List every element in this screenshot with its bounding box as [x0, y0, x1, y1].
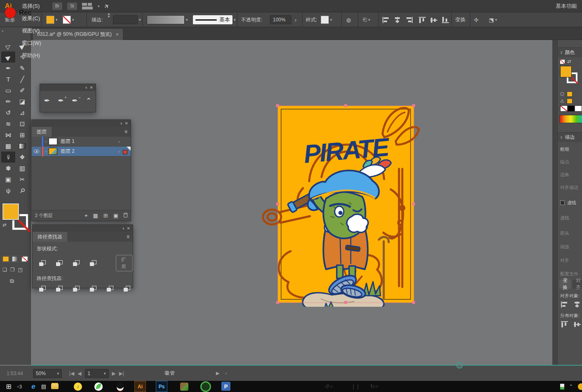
eraser-tool[interactable]: ◪ [15, 96, 29, 107]
green-app-icon[interactable] [200, 381, 211, 392]
layer-thumbnail[interactable] [49, 138, 57, 145]
forward-30-icon[interactable]: ↻30 [370, 381, 378, 392]
tab-stroke[interactable]: ⇕描边 [558, 132, 582, 142]
pen-tool[interactable]: ✒ [1, 63, 15, 74]
target-circle-icon[interactable]: ◦ [118, 139, 120, 144]
color-spectrum[interactable] [559, 115, 582, 123]
menu-view[interactable]: 视图(V) [16, 25, 47, 37]
collapse-icon[interactable]: ‹‹ [2, 29, 3, 33]
layer-row-1[interactable]: › 图层 1 ◦ [32, 137, 131, 147]
rotate-tool[interactable]: ↺ [1, 107, 15, 118]
slice-tool[interactable]: ✂ [15, 174, 29, 185]
hand-tool[interactable]: ψ [1, 185, 15, 196]
wechat-icon[interactable] [93, 381, 104, 392]
tray-app-icon[interactable] [578, 383, 582, 390]
close-icon[interactable]: × [116, 32, 119, 37]
workspace-switcher[interactable]: 基本功能 [556, 0, 577, 12]
symbol-sprayer-tool[interactable]: ✽ [1, 163, 15, 174]
graphic-style-swatch[interactable] [321, 16, 329, 24]
line-segment-tool[interactable]: ╱ [15, 74, 29, 85]
align-top-icon[interactable] [419, 17, 426, 23]
layer-name[interactable]: 图层 2 [61, 148, 75, 155]
direct-selection-tool[interactable]: ▷ [1, 40, 15, 51]
chevron-down-icon[interactable]: ▾ [186, 18, 188, 22]
timeline-handle[interactable] [456, 362, 463, 369]
panel-menu-icon[interactable]: ≡ [124, 129, 127, 135]
fill-swatch[interactable] [560, 66, 572, 77]
expand-arrow-icon[interactable]: › [45, 149, 47, 154]
chevron-down-icon[interactable]: ▾ [72, 18, 74, 22]
distribute-top-icon[interactable] [561, 321, 568, 327]
stroke-color-swatch[interactable] [63, 16, 71, 24]
stroke-weight-field[interactable] [113, 15, 138, 24]
tab-color[interactable]: ⇕颜色 [558, 47, 582, 57]
illustrator-icon[interactable]: Ai [135, 381, 146, 392]
photoshop-icon[interactable]: Ps [156, 381, 167, 392]
align-right-icon[interactable] [406, 17, 413, 23]
tab-layers[interactable]: 图层 [32, 127, 52, 137]
none-swatch[interactable] [560, 105, 568, 112]
arrange-icon[interactable]: ✣ [474, 12, 479, 27]
collapse-icon[interactable]: ‹‹ [120, 121, 122, 126]
scale-tool[interactable]: ⊿ [15, 107, 29, 118]
white-swatch[interactable] [575, 105, 582, 112]
add-anchor-point-tool[interactable]: ✒+ [58, 96, 64, 105]
none-mode-button[interactable] [21, 256, 28, 262]
type-tool[interactable]: T [1, 74, 15, 85]
tab-align[interactable]: 对齐 [573, 280, 582, 289]
fill-color-swatch[interactable] [46, 16, 54, 24]
gradient-mode-button[interactable] [12, 256, 19, 262]
layer-name[interactable]: 图层 1 [61, 138, 75, 145]
crop-button[interactable] [88, 285, 98, 293]
group-selection-tool[interactable]: ▶ [1, 51, 15, 63]
layer-thumbnail[interactable] [49, 148, 57, 155]
close-icon[interactable]: ✕ [90, 85, 93, 90]
zoom-select[interactable]: 50%▾ [33, 369, 62, 378]
next-artboard-icon[interactable]: ▶ [112, 371, 116, 376]
align-bottom-icon[interactable] [442, 17, 449, 23]
shape-builder-tool[interactable]: ⋈ [1, 129, 15, 140]
new-sublayer-icon[interactable]: ⊞ [103, 212, 108, 219]
document-setup-icon[interactable]: ⎗▾ [363, 12, 370, 27]
recolor-artwork-icon[interactable]: ◍ [346, 12, 351, 27]
curvature-tool[interactable]: ✎ [15, 63, 29, 74]
delete-layer-icon[interactable] [124, 212, 127, 219]
play-icon[interactable]: ▶ [216, 371, 219, 376]
rewind-10-icon[interactable]: ↺10 [325, 381, 333, 392]
new-layer-icon[interactable]: ▣ [113, 212, 118, 219]
music-app-icon[interactable] [73, 381, 83, 392]
mesh-tool[interactable]: ▦ [1, 140, 15, 152]
paintbrush-tool[interactable]: ✐ [15, 85, 29, 96]
draw-behind-icon[interactable]: ❐ [10, 267, 15, 273]
divide-button[interactable] [38, 285, 47, 293]
color-mode-button[interactable] [2, 256, 9, 262]
tab-transform[interactable]: 变换 [559, 280, 571, 289]
web-color-cube-icon[interactable]: ⬡ [560, 91, 564, 97]
pen-tool[interactable]: ✒ [44, 96, 50, 105]
merge-button[interactable] [71, 285, 81, 293]
last-artboard-icon[interactable]: ▶| [119, 371, 124, 376]
artboard-tool[interactable]: ▣ [1, 174, 15, 185]
align-vertical-center-icon[interactable] [430, 17, 437, 23]
align-horizontal-center-icon[interactable] [394, 17, 401, 23]
chevron-down-icon[interactable]: ▾ [139, 18, 141, 22]
usb-icon[interactable] [560, 384, 564, 390]
screen-mode-icon[interactable]: ⧉ [10, 278, 14, 285]
blend-tool[interactable]: ❖ [15, 152, 29, 163]
bridge-icon[interactable]: Br [52, 2, 62, 10]
powerpoint-icon[interactable]: P [221, 382, 230, 391]
first-artboard-icon[interactable]: |◀ [69, 371, 74, 376]
unite-button[interactable] [38, 259, 47, 267]
gradient-tool[interactable] [15, 140, 29, 152]
opacity-field[interactable]: 100% [270, 15, 291, 24]
previous-artboard-icon[interactable]: ◀ [77, 371, 81, 376]
pencil-tool[interactable]: ✏ [1, 96, 15, 107]
gamut-swatch[interactable] [567, 98, 573, 104]
share-icon[interactable]: ✈ [103, 2, 111, 11]
gamut-warning-icon[interactable]: ⚠ [560, 98, 564, 104]
notes-icon[interactable]: ▤ [38, 381, 49, 392]
scroll-left-icon[interactable]: ‹ [225, 371, 227, 376]
web-color-swatch[interactable] [567, 91, 573, 97]
locate-object-icon[interactable]: ⌖ [84, 212, 87, 219]
minus-front-button[interactable] [54, 259, 64, 267]
